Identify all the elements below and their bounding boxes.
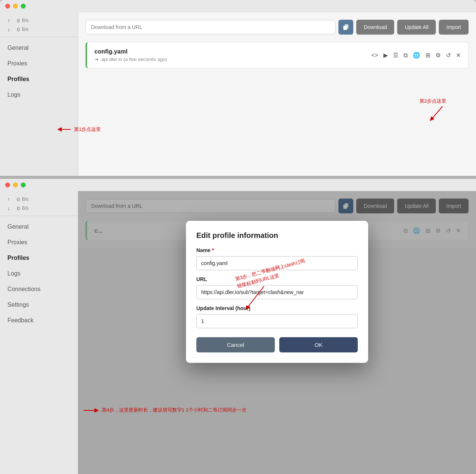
update-all-button-top[interactable]: Update All (397, 20, 436, 35)
titlebar-bottom (0, 179, 476, 191)
globe-icon[interactable]: 🌐 (413, 52, 420, 59)
sidebar-item-proxies-2[interactable]: Proxies (0, 235, 78, 250)
download-stats: ↓ 0 B/s (0, 25, 78, 34)
up-arrow-icon: ↑ (7, 17, 10, 23)
app-layout-bottom: ↑ 0 B/s ↓ 0 B/s General Proxies Profiles… (0, 191, 476, 474)
edit-profile-modal: Edit profile information Name * URL Upda… (186, 221, 368, 363)
titlebar-top (0, 0, 476, 12)
sidebar-divider (0, 37, 78, 37)
sidebar-item-logs-2[interactable]: Logs (0, 266, 78, 281)
url-bar-top: Download Update All Import (86, 20, 469, 35)
url-input-top[interactable] (86, 20, 335, 34)
copy-icon[interactable]: ⧉ (403, 52, 408, 59)
sidebar-item-settings-2[interactable]: Settings (0, 297, 78, 313)
download-value-2: 0 (12, 206, 20, 211)
profile-source-top: ➜ api.dler.io (a few seconds ago) (94, 57, 168, 62)
profile-actions-top: <> ▶ ☰ ⧉ 🌐 ⊞ ⚙ ↺ ✕ (371, 52, 461, 59)
sidebar-item-logs[interactable]: Logs (0, 87, 78, 103)
upload-value: 0 (12, 18, 20, 23)
svg-rect-1 (343, 26, 347, 30)
upload-unit-2: B/s (22, 197, 28, 202)
sidebar-item-profiles[interactable]: Profiles (0, 71, 78, 87)
profile-card-top: config.yaml ➜ api.dler.io (a few seconds… (86, 42, 469, 68)
gear-icon[interactable]: ⚙ (435, 52, 441, 59)
interval-label: Update Interval (hour) (196, 305, 358, 311)
window-separator (0, 176, 476, 179)
top-window: ↑ 0 B/s ↓ 0 B/s General Proxies Profiles… (0, 0, 476, 176)
paste-button-top[interactable] (338, 20, 353, 35)
main-wrapper-bottom: Download Update All Import c... ⧉ 🌐 ⊞ ⚙ … (78, 191, 476, 474)
sidebar-item-feedback-2[interactable]: Feedback (0, 313, 78, 328)
download-stats-2: ↓ 0 B/s (0, 204, 78, 213)
close-button-2[interactable] (5, 183, 10, 187)
url-label: URL (196, 276, 358, 282)
download-unit: B/s (22, 27, 28, 32)
profile-info-top: config.yaml ➜ api.dler.io (a few seconds… (94, 48, 168, 62)
refresh-icon[interactable]: ↺ (446, 52, 451, 59)
modal-overlay: Edit profile information Name * URL Upda… (78, 191, 476, 474)
profile-source-icon: ➜ (94, 57, 99, 62)
main-content-top: Download Update All Import config.yaml ➜… (78, 12, 476, 176)
download-value: 0 (12, 27, 20, 32)
close-icon[interactable]: ✕ (456, 52, 461, 59)
url-input-modal[interactable] (196, 285, 358, 299)
name-input[interactable] (196, 256, 358, 270)
maximize-button[interactable] (21, 4, 26, 9)
down-arrow-icon-2: ↓ (7, 205, 10, 211)
sidebar-item-general[interactable]: General (0, 40, 78, 56)
upload-value-2: 0 (12, 197, 20, 202)
play-icon[interactable]: ▶ (383, 52, 388, 59)
list-icon[interactable]: ☰ (393, 52, 398, 59)
modal-buttons: Cancel OK (196, 337, 358, 352)
name-label: Name * (196, 247, 358, 253)
profile-name-top: config.yaml (94, 48, 168, 55)
sidebar-top: ↑ 0 B/s ↓ 0 B/s General Proxies Profiles… (0, 12, 78, 176)
bottom-window: ↑ 0 B/s ↓ 0 B/s General Proxies Profiles… (0, 179, 476, 474)
sidebar-divider-2 (0, 216, 78, 216)
import-button-top[interactable]: Import (439, 20, 469, 35)
close-button[interactable] (5, 4, 10, 9)
required-star: * (212, 247, 214, 253)
profile-source-text: api.dler.io (a few seconds ago) (102, 57, 167, 62)
sidebar-bottom: ↑ 0 B/s ↓ 0 B/s General Proxies Profiles… (0, 191, 78, 474)
minimize-button[interactable] (13, 4, 18, 9)
upload-stats-2: ↑ 0 B/s (0, 195, 78, 204)
upload-unit: B/s (22, 18, 28, 23)
upload-stats: ↑ 0 B/s (0, 16, 78, 25)
ok-button[interactable]: OK (279, 337, 358, 352)
columns-icon[interactable]: ⊞ (425, 52, 430, 59)
modal-title: Edit profile information (196, 231, 358, 240)
download-unit-2: B/s (22, 206, 28, 211)
down-arrow-icon: ↓ (7, 26, 10, 32)
sidebar-item-profiles-2[interactable]: Profiles (0, 250, 78, 266)
interval-input[interactable] (196, 314, 358, 328)
up-arrow-icon-2: ↑ (7, 196, 10, 202)
download-button-top[interactable]: Download (356, 20, 394, 35)
sidebar-item-proxies[interactable]: Proxies (0, 56, 78, 71)
maximize-button-2[interactable] (21, 183, 26, 187)
cancel-button[interactable]: Cancel (196, 337, 275, 352)
sidebar-item-connections-2[interactable]: Connections (0, 281, 78, 297)
minimize-button-2[interactable] (13, 183, 18, 187)
app-layout-top: ↑ 0 B/s ↓ 0 B/s General Proxies Profiles… (0, 12, 476, 176)
sidebar-item-general-2[interactable]: General (0, 219, 78, 235)
code-icon[interactable]: <> (371, 52, 378, 59)
